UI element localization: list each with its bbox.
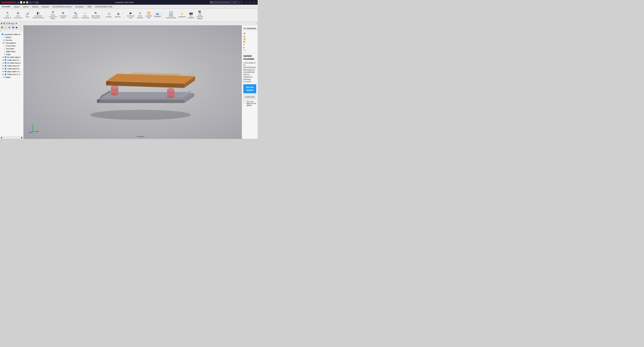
tab-evaluate[interactable]: Evaluate [40, 5, 51, 9]
exploded-label: ExplodedView [146, 15, 152, 19]
reference-button[interactable]: ⊞ Referen... [114, 12, 122, 19]
tab-layout[interactable]: Layout [12, 5, 21, 9]
linear-pattern-button[interactable]: ≋ LinearComponentPattern [48, 10, 58, 20]
help-icon[interactable]: ? [241, 1, 242, 4]
exp-attach-btn[interactable]: 📎 [243, 49, 256, 51]
tab-sketch[interactable]: Sketch [21, 5, 30, 9]
toolbar-arrow[interactable]: ▶ [18, 1, 19, 4]
sidebar-icon-config[interactable]: ⚙ [8, 26, 11, 29]
open-icon[interactable]: 📁 [23, 1, 26, 4]
sub-tool-1[interactable]: ⊕ [1, 22, 2, 25]
close-button[interactable]: ✕ [252, 1, 256, 4]
scroll-right[interactable]: ▶ [21, 137, 23, 139]
tree-item-coffee-top[interactable]: ▶ 🔷 coffee top<1> (l [0, 73, 23, 76]
exp-list-btn[interactable]: ≡ [243, 44, 256, 46]
annotations-icon: ✏ [4, 42, 6, 44]
tree-item-coffee-table-body[interactable]: ▶ 🔷 (f) coffee table b [0, 56, 23, 59]
tree-item-right-plane[interactable]: ◻ Right Plane [0, 50, 23, 53]
minimize-button[interactable]: ─ [244, 1, 248, 4]
bars4-arrow: ▶ [3, 68, 4, 70]
sub-tool-5[interactable]: ◎ [11, 22, 13, 25]
new-icon[interactable]: 📄 [20, 1, 22, 4]
smart-fasteners-button[interactable]: 🔩 SmartFasteners [71, 11, 80, 20]
preview-window-button[interactable]: ◧ ComponentPreview Window [32, 11, 45, 20]
sub-tool-2[interactable]: ☰ [3, 22, 5, 25]
search-input[interactable] [214, 1, 234, 3]
tree-item-annotations[interactable]: ▶ ✏ Annotations [0, 42, 23, 44]
search-box[interactable]: 🔍 ▼ [210, 1, 240, 4]
3d-model [80, 36, 201, 120]
tree-item-glass-plate[interactable]: ▶ 🔷 glass plate<1> ( [0, 70, 23, 73]
maximize-button[interactable]: □ [248, 1, 252, 4]
edit-component-button[interactable]: ✎ EditComponent [3, 11, 12, 20]
install-later-button[interactable]: Install Later [243, 94, 256, 99]
exp-cloud-btn[interactable]: ☁ [243, 35, 256, 37]
tree-item-history[interactable]: 🕐 History [0, 36, 23, 39]
move-component-button[interactable]: ↔ MoveComponent [80, 11, 90, 20]
tree-item-sensors[interactable]: 📡 Sensors [0, 39, 23, 42]
sidebar-icon-dxp[interactable]: 🔷 [12, 26, 15, 29]
exploded-view-button[interactable]: 💥 ExplodedView [145, 11, 153, 20]
tree-item-front-plane[interactable]: ◻ Front Plane [0, 44, 23, 47]
undo-icon[interactable]: ↩ [31, 1, 33, 4]
tree-item-top-plane[interactable]: ◻ Top Plane [0, 47, 23, 50]
dont-ask-checkbox[interactable] [243, 101, 246, 103]
save-icon[interactable]: 💾 [26, 1, 28, 4]
exp-color-btn[interactable]: 🎨 [243, 41, 256, 43]
scroll-left[interactable]: ◀ [1, 137, 2, 139]
bill-of-materials-button[interactable]: ≡ Bill ofMaterials [136, 11, 144, 20]
tree-item-root[interactable]: 🔷 completed coffee ta [0, 33, 23, 36]
ribbon-tabs: Assembly Layout Sketch Markup Evaluate S… [0, 5, 258, 9]
sidebar-icon-tree[interactable]: 🌳 [0, 26, 4, 29]
insert-components-button[interactable]: ⊕ InsertComponents [13, 11, 23, 20]
edit-component-label: EditComponent [4, 15, 12, 19]
large-assembly-button[interactable]: 🏗 LargeAssemblySettings [196, 10, 204, 20]
instant3d-button[interactable]: 3D Instant3D [153, 12, 162, 18]
sub-tool-3[interactable]: ⊙ [6, 22, 8, 25]
glass-icon: 🔷 [4, 70, 7, 73]
axes-svg: Y X Z [28, 124, 38, 133]
origin-label: Origin [6, 53, 11, 55]
assembly-button[interactable]: ⬡ Assembl... [105, 12, 113, 19]
new-motion-study-button[interactable]: ▶ New MotionStudy [126, 11, 136, 20]
sub-tool-4[interactable]: ⊛ [8, 22, 10, 25]
search-icon: 🔍 [211, 1, 213, 4]
speedpak-button[interactable]: ⚡ SpeedPak [178, 12, 186, 19]
tab-markup[interactable]: Markup [30, 5, 40, 9]
tab-simulation[interactable]: Simulation [74, 5, 86, 9]
tab-addins[interactable]: SOLIDWORKS Add-Ins [51, 5, 74, 9]
tab-mbd[interactable]: MBD [86, 5, 93, 9]
tree-item-coffee-bars-4[interactable]: ▶ 🔷 coffee bars<4> [0, 67, 23, 70]
tab-cam[interactable]: SOLIDWORKS CAM [94, 5, 114, 9]
rebuild-icon[interactable]: ▶ [36, 1, 39, 4]
mate-button[interactable]: 🔗 Mate [24, 12, 31, 19]
update-subassemblies-button[interactable]: 🔄 UpdateSubassemblies [165, 11, 177, 20]
show-hidden-button[interactable]: 👁 Show HiddenComponents [90, 11, 101, 20]
tree-item-coffee-bars-3[interactable]: ▶ 🔷 coffee bars<3> [0, 64, 23, 67]
redo-icon[interactable]: ↪ [34, 1, 36, 4]
take-snapshot-button[interactable]: 📷 TakeSnapshot [187, 11, 195, 20]
top-arrow: ▶ [3, 73, 4, 75]
tab-assembly[interactable]: Assembly [0, 5, 12, 9]
exp-home-btn[interactable]: 🏠 [243, 32, 256, 35]
titlebar: SOLIDWORKS ▶ 📄 📁 💾 🖨 ↩ ↪ ▶ completed cof… [0, 0, 258, 5]
sub-tool-6[interactable]: ▷ [14, 22, 15, 25]
exp-dot-btn[interactable]: ● [243, 46, 256, 48]
viewport[interactable]: Y X Z *Isometric 3D 3DEXPERIE... ✕ [24, 25, 258, 139]
tree-item-coffee-bars-1[interactable]: ▶ 🔷 coffee bars<1> [0, 59, 23, 62]
sub-tool-7[interactable]: ▾ [16, 22, 17, 25]
search-dropdown-icon[interactable]: ▼ [234, 2, 236, 3]
sidebar-icon-props[interactable]: 📋 [4, 26, 8, 29]
history-label: History [6, 36, 11, 38]
tree-item-mates[interactable]: 🔗 Mates [0, 76, 23, 79]
tree-item-origin[interactable]: ⊕ Origin [0, 53, 23, 56]
print-icon[interactable]: 🖨 [29, 1, 31, 4]
sidebar-icon-more[interactable]: ▶ [15, 26, 18, 29]
glass-arrow: ▶ [3, 71, 4, 72]
root-icon: 🔷 [1, 33, 4, 36]
exp-refresh-btn[interactable]: 🔁 [243, 38, 256, 40]
component-pattern-button[interactable]: ⚙ ComponentPattern [58, 11, 68, 20]
get-update-button[interactable]: Get the Update [243, 84, 256, 93]
tree-item-coffee-bars-2[interactable]: ▶ 🔷 (f) coffee bars<2 [0, 62, 23, 64]
feature-tree: 🔷 completed coffee ta 🕐 History 📡 Sensor… [0, 32, 23, 136]
